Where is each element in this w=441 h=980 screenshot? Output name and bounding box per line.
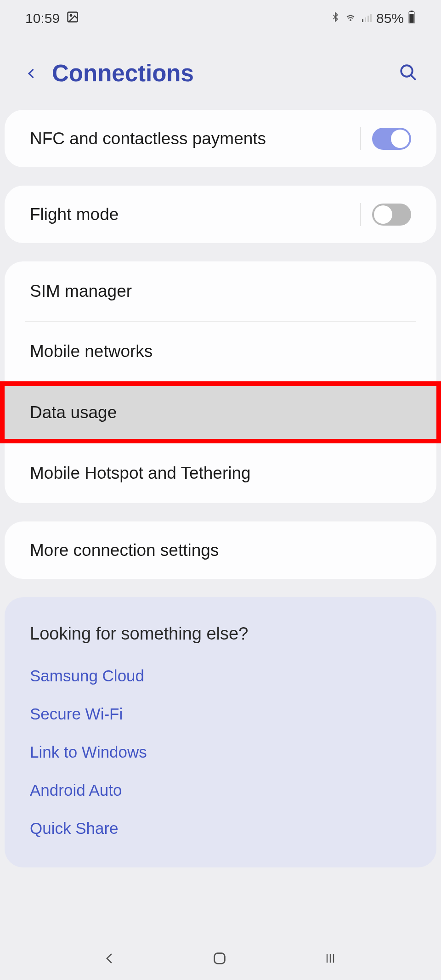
svg-rect-8 <box>409 14 413 23</box>
link-quick-share[interactable]: Quick Share <box>30 819 411 838</box>
flight-label: Flight mode <box>30 205 360 224</box>
svg-rect-2 <box>362 19 363 22</box>
flight-toggle[interactable] <box>372 204 411 226</box>
divider <box>360 127 361 150</box>
nfc-row[interactable]: NFC and contactless payments <box>5 110 436 167</box>
hotspot-label: Mobile Hotspot and Tethering <box>30 464 411 483</box>
more-label: More connection settings <box>30 541 411 560</box>
link-link-windows[interactable]: Link to Windows <box>30 743 411 761</box>
link-secure-wifi[interactable]: Secure Wi-Fi <box>30 705 411 723</box>
navigation-bar <box>0 939 441 980</box>
nav-recents-button[interactable] <box>322 952 338 967</box>
battery-icon <box>407 11 416 27</box>
picture-icon <box>66 11 79 27</box>
svg-point-1 <box>70 14 72 16</box>
flight-card: Flight mode <box>5 186 436 243</box>
back-button[interactable] <box>25 64 38 83</box>
more-card: More connection settings <box>5 521 436 579</box>
nfc-label: NFC and contactless payments <box>30 129 360 148</box>
hotspot-row[interactable]: Mobile Hotspot and Tethering <box>5 443 436 503</box>
status-bar: 10:59 85% <box>0 0 441 37</box>
nfc-toggle[interactable] <box>372 128 411 150</box>
battery-percent: 85% <box>376 11 404 26</box>
header: Connections <box>0 37 441 110</box>
sim-row[interactable]: SIM manager <box>5 261 436 321</box>
bluetooth-icon <box>330 11 340 27</box>
data-usage-label: Data usage <box>30 403 411 422</box>
status-time: 10:59 <box>25 11 60 26</box>
link-android-auto[interactable]: Android Auto <box>30 781 411 799</box>
nfc-card: NFC and contactless payments <box>5 110 436 167</box>
svg-rect-3 <box>365 17 366 22</box>
data-usage-row[interactable]: Data usage <box>5 386 436 439</box>
nav-home-button[interactable] <box>212 951 227 968</box>
signal-icon <box>361 11 373 26</box>
suggestion-title: Looking for something else? <box>30 624 411 644</box>
wifi-icon <box>344 11 357 26</box>
nav-back-button[interactable] <box>103 952 117 967</box>
more-row[interactable]: More connection settings <box>5 521 436 579</box>
search-button[interactable] <box>399 63 418 84</box>
status-left: 10:59 <box>25 11 79 27</box>
mobile-networks-label: Mobile networks <box>30 342 411 361</box>
svg-rect-10 <box>215 953 225 964</box>
svg-point-9 <box>401 65 413 77</box>
link-samsung-cloud[interactable]: Samsung Cloud <box>30 667 411 685</box>
suggestion-card: Looking for something else? Samsung Clou… <box>5 597 436 867</box>
flight-row[interactable]: Flight mode <box>5 186 436 243</box>
status-right: 85% <box>330 11 416 27</box>
page-title: Connections <box>52 60 399 87</box>
svg-rect-4 <box>368 16 369 22</box>
mobile-networks-row[interactable]: Mobile networks <box>5 322 436 381</box>
sim-label: SIM manager <box>30 282 411 301</box>
data-usage-highlight: Data usage <box>0 381 441 443</box>
network-card: SIM manager Mobile networks Data usage M… <box>5 261 436 503</box>
svg-rect-5 <box>370 14 372 22</box>
divider <box>360 203 361 226</box>
